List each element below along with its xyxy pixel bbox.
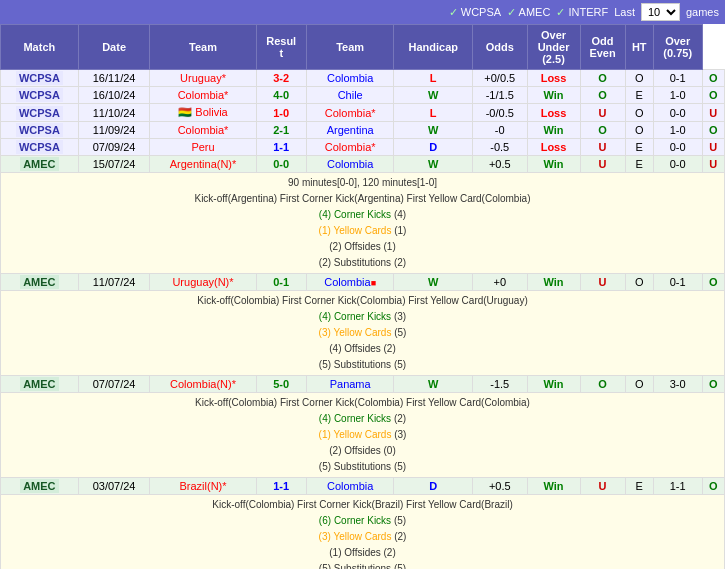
- col-result: Result: [256, 25, 306, 70]
- table-row: WCPSA 16/10/24 Colombia* 4-0 Chile W -1/…: [1, 87, 725, 104]
- cell-ht: 1-0: [653, 122, 702, 139]
- col-team2: Team: [306, 25, 394, 70]
- col-team1: Team: [150, 25, 256, 70]
- cell-team1: 🇧🇴 Bolivia: [150, 104, 256, 122]
- cell-result: D: [394, 478, 473, 495]
- detail-cell: Kick-off(Colombia) First Corner Kick(Col…: [1, 291, 725, 376]
- cell-result: L: [394, 70, 473, 87]
- cell-ou: O: [580, 87, 625, 104]
- cell-handicap: -0.5: [472, 139, 527, 156]
- cell-date: 07/07/24: [78, 376, 150, 393]
- cell-date: 16/11/24: [78, 70, 150, 87]
- cell-handicap: +0: [472, 274, 527, 291]
- cell-date: 11/07/24: [78, 274, 150, 291]
- cell-ou: O: [580, 122, 625, 139]
- cell-team2: Colombia■: [306, 274, 394, 291]
- cell-over075: U: [702, 139, 724, 156]
- cell-odds: Win: [527, 376, 580, 393]
- cell-ht: 0-0: [653, 104, 702, 122]
- col-odds: Odds: [472, 25, 527, 70]
- cell-score: 3-2: [256, 70, 306, 87]
- cell-match: AMEC: [1, 478, 79, 495]
- cell-oe: O: [625, 376, 653, 393]
- cell-match: WCPSA: [1, 104, 79, 122]
- detail-row: Kick-off(Colombia) First Corner Kick(Col…: [1, 291, 725, 376]
- cell-odds: Win: [527, 156, 580, 173]
- cell-ht: 1-1: [653, 478, 702, 495]
- cell-odds: Loss: [527, 70, 580, 87]
- cell-oe: O: [625, 70, 653, 87]
- cell-match: WCPSA: [1, 70, 79, 87]
- cell-date: 16/10/24: [78, 87, 150, 104]
- cell-handicap: +0.5: [472, 478, 527, 495]
- cell-oe: E: [625, 87, 653, 104]
- cell-ht: 0-0: [653, 139, 702, 156]
- cell-result: W: [394, 122, 473, 139]
- cell-score: 1-1: [256, 478, 306, 495]
- cell-over075: U: [702, 104, 724, 122]
- table-row: WCPSA 11/09/24 Colombia* 2-1 Argentina W…: [1, 122, 725, 139]
- games-label: games: [686, 6, 719, 18]
- cell-handicap: -1/1.5: [472, 87, 527, 104]
- interf-check: ✓ INTERF: [556, 6, 608, 19]
- cell-score: 2-1: [256, 122, 306, 139]
- cell-ou: O: [580, 70, 625, 87]
- cell-ht: 3-0: [653, 376, 702, 393]
- last-label: Last: [614, 6, 635, 18]
- cell-team1: Argentina(N)*: [150, 156, 256, 173]
- cell-team2: Colombia: [306, 478, 394, 495]
- cell-team2: Panama: [306, 376, 394, 393]
- cell-team1: Colombia*: [150, 87, 256, 104]
- cell-score: 5-0: [256, 376, 306, 393]
- cell-handicap: -0/0.5: [472, 104, 527, 122]
- cell-date: 11/10/24: [78, 104, 150, 122]
- cell-over075: O: [702, 376, 724, 393]
- detail-row: Kick-off(Colombia) First Corner Kick(Col…: [1, 393, 725, 478]
- cell-over075: U: [702, 156, 724, 173]
- cell-handicap: -0: [472, 122, 527, 139]
- cell-odds: Loss: [527, 104, 580, 122]
- cell-odds: Loss: [527, 139, 580, 156]
- cell-score: 4-0: [256, 87, 306, 104]
- detail-cell: Kick-off(Colombia) First Corner Kick(Col…: [1, 393, 725, 478]
- cell-handicap: +0.5: [472, 156, 527, 173]
- cell-date: 07/09/24: [78, 139, 150, 156]
- table-row: AMEC 11/07/24 Uruguay(N)* 0-1 Colombia■ …: [1, 274, 725, 291]
- wcpsa-check: ✓ WCPSA: [449, 6, 501, 19]
- col-match: Match: [1, 25, 79, 70]
- col-over075: Over(0.75): [653, 25, 702, 70]
- cell-oe: O: [625, 104, 653, 122]
- cell-handicap: +0/0.5: [472, 70, 527, 87]
- cell-team1: Colombia*: [150, 122, 256, 139]
- col-ht: HT: [625, 25, 653, 70]
- cell-oe: E: [625, 139, 653, 156]
- cell-team2: Colombia*: [306, 104, 394, 122]
- cell-ou: U: [580, 104, 625, 122]
- cell-over075: O: [702, 274, 724, 291]
- cell-date: 03/07/24: [78, 478, 150, 495]
- top-bar: ✓ WCPSA ✓ AMEC ✓ INTERF Last 10 20 30 ga…: [0, 0, 725, 24]
- table-row: AMEC 03/07/24 Brazil(N)* 1-1 Colombia D …: [1, 478, 725, 495]
- table-row: AMEC 15/07/24 Argentina(N)* 0-0 Colombia…: [1, 156, 725, 173]
- cell-result: W: [394, 87, 473, 104]
- cell-over075: O: [702, 478, 724, 495]
- cell-team2: Colombia: [306, 156, 394, 173]
- cell-result: W: [394, 274, 473, 291]
- cell-over075: O: [702, 70, 724, 87]
- cell-oe: O: [625, 122, 653, 139]
- cell-team1: Uruguay(N)*: [150, 274, 256, 291]
- cell-match: AMEC: [1, 156, 79, 173]
- cell-score: 1-1: [256, 139, 306, 156]
- cell-over075: O: [702, 122, 724, 139]
- cell-odds: Win: [527, 87, 580, 104]
- col-handicap: Handicap: [394, 25, 473, 70]
- cell-oe: E: [625, 156, 653, 173]
- cell-score: 1-0: [256, 104, 306, 122]
- last-select[interactable]: 10 20 30: [641, 3, 680, 21]
- cell-odds: Win: [527, 274, 580, 291]
- cell-match: AMEC: [1, 376, 79, 393]
- cell-team2: Colombia: [306, 70, 394, 87]
- cell-result: D: [394, 139, 473, 156]
- table-row: AMEC 07/07/24 Colombia(N)* 5-0 Panama W …: [1, 376, 725, 393]
- cell-team1: Brazil(N)*: [150, 478, 256, 495]
